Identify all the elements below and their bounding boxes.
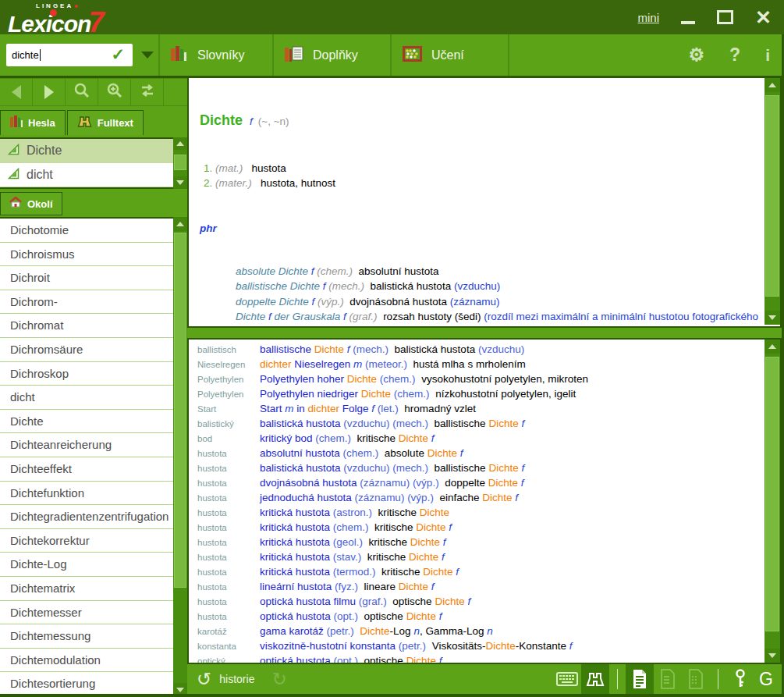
nearby-word-item[interactable]: Dichteanreicherung xyxy=(0,433,173,457)
result-text: optická hustota filmu (graf.) optische D… xyxy=(260,596,470,607)
text-segment-lbl: (chem.) xyxy=(343,447,379,459)
bottombar-separator xyxy=(617,669,618,689)
tab-fulltext[interactable]: Fulltext xyxy=(67,110,144,135)
nearby-word-item[interactable]: Dichte-Log xyxy=(0,553,173,577)
text-segment-de: ballistische Dichte xyxy=(236,280,323,292)
scrollbar-thumb[interactable] xyxy=(174,233,186,588)
search-dropdown-button[interactable] xyxy=(137,44,158,66)
search-button[interactable] xyxy=(66,79,98,105)
fulltext-result-row[interactable]: hustotajednoduchá hustota (záznamu) (výp… xyxy=(189,490,764,505)
google-search-button[interactable]: G xyxy=(759,669,773,690)
info-icon[interactable]: i xyxy=(765,46,770,65)
fulltext-result-row[interactable]: hustotakritická hustota (chem.) kritisch… xyxy=(189,520,764,535)
fulltext-result-row[interactable]: PolyethylenPolyethylen niedriger Dichte … xyxy=(189,386,764,401)
fulltext-result-row[interactable]: hustotakritická hustota (termod.) kritis… xyxy=(189,564,764,579)
fulltext-result-row[interactable]: PolyethylenPolyethylen hoher Dichte (che… xyxy=(189,372,764,386)
headword-list-item[interactable]: dicht xyxy=(0,163,173,187)
panel-divider[interactable] xyxy=(187,328,782,338)
nearby-word-item[interactable]: Dichroit xyxy=(0,266,173,290)
nearby-word-item[interactable]: Dichroismus xyxy=(0,243,173,267)
tab-hesla[interactable]: Hesla xyxy=(0,110,66,135)
view-three-button[interactable] xyxy=(682,664,710,694)
minimize-button[interactable] xyxy=(681,21,695,24)
settings-gear-icon[interactable]: ⚙ xyxy=(688,44,704,66)
history-back-button[interactable] xyxy=(0,79,33,105)
result-keyword: hustota xyxy=(189,553,260,562)
nearby-word-item[interactable]: Dichtemesser xyxy=(0,601,173,625)
fulltext-result-row[interactable]: balistickýbalistická hustota (vzduchu) (… xyxy=(189,416,764,431)
maximize-button[interactable] xyxy=(717,10,733,24)
fulltext-result-row[interactable]: konstantaviskozitně-hustotní konstanta (… xyxy=(189,638,764,653)
result-text: Polyethylen niedriger Dichte (chem.) níz… xyxy=(260,388,576,400)
text-segment-g: f xyxy=(436,610,442,622)
fulltext-result-row[interactable]: bodkritický bod (chem.) kritische Dichte… xyxy=(189,431,764,446)
nearby-word-item[interactable]: Dichroskop xyxy=(0,362,173,386)
text-segment-lbl: (chem.) xyxy=(394,388,430,400)
key-tool-button[interactable] xyxy=(726,664,754,694)
nearby-word-item[interactable]: Dichtemessung xyxy=(0,624,173,649)
help-icon[interactable]: ? xyxy=(729,44,740,66)
fulltext-panel-button[interactable] xyxy=(581,664,609,694)
scroll-up-button[interactable] xyxy=(173,217,187,231)
fulltext-result-row[interactable]: ballistischballistische Dichte f (mech.)… xyxy=(189,342,764,357)
nearby-word-item[interactable]: Dichrom- xyxy=(0,290,173,315)
nearby-word-item[interactable]: Dichtematrix xyxy=(0,577,173,601)
view-two-button[interactable] xyxy=(654,664,682,694)
headword-list-scrollbar[interactable] xyxy=(173,137,187,189)
swap-direction-button[interactable] xyxy=(131,79,164,105)
results-scrollbar[interactable] xyxy=(764,340,780,663)
nearby-word-item[interactable]: Dichotomie xyxy=(0,219,173,243)
fulltext-result-row[interactable]: hustotaoptická hustota (opt.) optische D… xyxy=(189,609,764,624)
fulltext-result-row[interactable]: hustotaabsolutní hustota (chem.) absolut… xyxy=(189,446,764,461)
search-value: dichte xyxy=(12,49,39,61)
history-forward-button[interactable] xyxy=(33,79,66,105)
mini-mode-link[interactable]: mini xyxy=(638,11,660,24)
fulltext-result-row[interactable]: hustotakritická hustota (stav.) kritisch… xyxy=(189,549,764,564)
search-input[interactable]: dichte ✓ xyxy=(6,44,133,66)
fulltext-result-row[interactable]: Nieselregendichter Nieselregen m (meteor… xyxy=(189,357,764,372)
nearby-word-item[interactable]: Dichte xyxy=(0,410,173,434)
app-window: LINGEA Lexicon7 mini ✕ dichte ✓ Slovníky xyxy=(0,0,784,697)
fulltext-result-row[interactable]: karotážgama karotáž (petr.) Dichte-Log n… xyxy=(189,624,764,638)
search-plus-button[interactable] xyxy=(98,79,131,105)
scroll-up-button[interactable] xyxy=(764,78,780,92)
history-forward-icon[interactable]: ↻ xyxy=(271,670,286,688)
tab-okoli[interactable]: Okolí xyxy=(0,192,62,215)
scroll-down-button[interactable] xyxy=(764,649,780,663)
fulltext-result-row[interactable]: hustotaoptická hustota filmu (graf.) opt… xyxy=(189,594,764,609)
nearby-word-item[interactable]: Dichteeffekt xyxy=(0,457,173,482)
fulltext-result-row[interactable]: hustotadvojnásobná hustota (záznamu) (vý… xyxy=(189,475,764,490)
scrollbar-thumb[interactable] xyxy=(174,155,186,170)
tab-slovniky[interactable]: Slovníky xyxy=(158,34,272,76)
history-back-icon[interactable]: ↺ xyxy=(197,670,211,688)
scrollbar-thumb[interactable] xyxy=(765,95,779,297)
nearby-word-item[interactable]: Dichtekorrektur xyxy=(0,529,173,553)
tab-doplnky[interactable]: Doplňky xyxy=(272,34,390,76)
fulltext-result-row[interactable]: hustotalineární hustota (fyz.) lineare D… xyxy=(189,579,764,594)
nearby-word-item[interactable]: Dichtegradientenzentrifugation xyxy=(0,505,173,529)
nearby-word-item[interactable]: Dichromat xyxy=(0,314,173,338)
fulltext-result-row[interactable]: StartStart m in dichter Folge f (let.) h… xyxy=(189,401,764,416)
scroll-down-button[interactable] xyxy=(173,176,187,189)
view-entry-button[interactable] xyxy=(626,664,654,694)
keyboard-button[interactable] xyxy=(553,664,581,694)
scrollbar-thumb[interactable] xyxy=(765,357,779,631)
scroll-up-button[interactable] xyxy=(764,340,780,354)
nearby-word-item[interactable]: Dichtefunktion xyxy=(0,482,173,506)
entry-scrollbar[interactable] xyxy=(764,78,780,325)
word-list-scrollbar[interactable] xyxy=(173,217,187,697)
fulltext-result-row[interactable]: hustotakritická hustota (geol.) kritisch… xyxy=(189,535,764,549)
close-button[interactable]: ✕ xyxy=(755,8,772,27)
nearby-word-item[interactable]: dicht xyxy=(0,386,173,410)
fulltext-result-row[interactable]: hustotakritická hustota (astron.) kritis… xyxy=(189,505,764,520)
fulltext-result-row[interactable]: optickýoptická hustota (opt.) optische D… xyxy=(189,653,764,663)
scroll-up-button[interactable] xyxy=(173,137,187,150)
nearby-word-item[interactable]: Dichromsäure xyxy=(0,338,173,362)
text-segment-src: kritická hustota xyxy=(260,507,333,518)
headword-list-item[interactable]: Dichte xyxy=(0,139,173,163)
nearby-word-item[interactable]: Dichtesortierung xyxy=(0,672,173,696)
nearby-word-item[interactable]: Dichtemodulation xyxy=(0,649,173,673)
scroll-down-button[interactable] xyxy=(764,311,780,325)
fulltext-result-row[interactable]: hustotabalistická hustota (vzduchu) (mec… xyxy=(189,461,764,475)
tab-uceni[interactable]: Učení xyxy=(390,34,508,76)
